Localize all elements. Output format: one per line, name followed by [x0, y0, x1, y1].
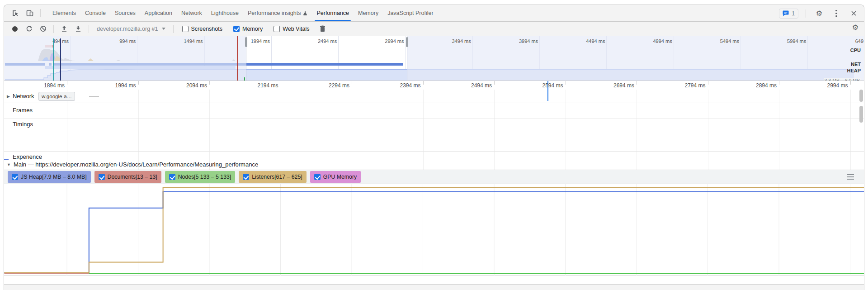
- capture-settings-gear-icon[interactable]: ⚙: [852, 24, 859, 31]
- overview-edge-label: 649: [855, 38, 863, 44]
- tab-network[interactable]: Network: [177, 5, 207, 21]
- hamburger-menu-icon[interactable]: [847, 174, 854, 180]
- track-experience[interactable]: Experience: [13, 153, 42, 160]
- network-request-badge[interactable]: w.google-a…: [38, 92, 75, 101]
- tab-application[interactable]: Application: [140, 5, 177, 21]
- overview-ruler-label: 3494 ms: [430, 38, 471, 44]
- event-marker: [60, 38, 61, 81]
- overview-ruler-label: 994 ms: [95, 38, 136, 44]
- devtools-window: ElementsConsoleSourcesApplicationNetwork…: [4, 5, 864, 290]
- save-profile-icon[interactable]: [73, 24, 84, 34]
- unchecked-checkbox-icon[interactable]: [182, 26, 189, 32]
- tab-console[interactable]: Console: [80, 5, 110, 21]
- overview-ruler-label: 1994 ms: [229, 38, 270, 44]
- track-timings[interactable]: Timings: [13, 121, 33, 128]
- tab-elements[interactable]: Elements: [48, 5, 80, 21]
- heap-label: HEAP: [847, 68, 861, 73]
- ruler-label: 2794 ms: [656, 82, 706, 89]
- overview-ruler-label: 494 ms: [28, 38, 69, 44]
- profile-select[interactable]: developer.mozilla.org #1: [94, 26, 168, 32]
- overview-ruler-label: 1494 ms: [162, 38, 203, 44]
- legend-nodes[interactable]: Nodes[5 133 – 5 133]: [165, 171, 236, 183]
- checkbox-screenshots[interactable]: Screenshots: [182, 26, 222, 32]
- timeline-tracks: ▶ Network w.google-a… Frames Timings Exp…: [4, 90, 864, 170]
- settings-gear-icon[interactable]: ⚙: [813, 8, 825, 19]
- memory-counters-legend: JS Heap[7.9 MB – 8.0 MB]Documents[13 – 1…: [4, 170, 864, 184]
- ruler-label: 2894 ms: [727, 82, 777, 89]
- more-options-icon[interactable]: [830, 8, 842, 19]
- ruler-label: 2594 ms: [514, 82, 563, 89]
- issues-badge[interactable]: 1: [779, 9, 798, 19]
- ruler-label: 2294 ms: [300, 82, 349, 89]
- selection-handle[interactable]: [406, 37, 408, 47]
- event-marker: [53, 38, 54, 81]
- checked-checkbox-icon[interactable]: [314, 174, 321, 180]
- divider: [40, 9, 41, 17]
- vertical-scrollbar[interactable]: [859, 90, 863, 170]
- device-toolbar-icon[interactable]: [24, 7, 36, 19]
- memory-counters-chart[interactable]: [4, 184, 864, 276]
- event-marker: [244, 77, 245, 81]
- scrollbar-thumb[interactable]: [859, 90, 863, 102]
- tab-lighthouse[interactable]: Lighthouse: [207, 5, 243, 21]
- ruler-label: 2094 ms: [157, 82, 207, 89]
- issues-count: 1: [792, 10, 795, 17]
- checked-checkbox-icon[interactable]: [12, 174, 18, 180]
- panel-tabs: ElementsConsoleSourcesApplicationNetwork…: [48, 5, 438, 21]
- overview-ruler-label: 4494 ms: [564, 38, 605, 44]
- track-frames[interactable]: Frames: [13, 107, 33, 114]
- profile-select-label: developer.mozilla.org #1: [97, 26, 158, 32]
- devtools-tab-bar: ElementsConsoleSourcesApplicationNetwork…: [4, 5, 864, 22]
- overview-ruler-label: 3994 ms: [497, 38, 538, 44]
- issues-chat-icon: [783, 10, 789, 16]
- legend-listeners[interactable]: Listeners[617 – 625]: [239, 171, 306, 183]
- ruler-label: 1994 ms: [86, 82, 136, 89]
- scrollbar-thumb[interactable]: [859, 106, 863, 123]
- record-button[interactable]: [9, 24, 20, 34]
- horizontal-scrollbar[interactable]: [4, 285, 864, 290]
- overview-ruler-label: 4994 ms: [632, 38, 672, 44]
- timeline-ruler: 1894 ms1994 ms2094 ms2194 ms2294 ms2394 …: [4, 81, 864, 90]
- heap-range-label: 3.8 MB – 8.0 MB: [824, 78, 861, 81]
- close-icon[interactable]: [848, 8, 859, 19]
- playhead-line[interactable]: [547, 81, 548, 101]
- overview-ruler-label: 2994 ms: [363, 38, 404, 44]
- performance-toolbar: developer.mozilla.org #1 ScreenshotsMemo…: [4, 22, 864, 36]
- series-js-heap: [4, 192, 864, 273]
- checked-checkbox-icon[interactable]: [169, 174, 175, 180]
- chevron-down-icon: [162, 28, 165, 30]
- checkbox-memory[interactable]: Memory: [233, 26, 263, 32]
- tab-performance-insights[interactable]: Performance insights: [243, 5, 312, 21]
- clear-recording-icon[interactable]: [38, 24, 48, 34]
- checkbox-web-vitals[interactable]: Web Vitals: [274, 26, 309, 32]
- checked-checkbox-icon[interactable]: [99, 174, 105, 180]
- timeline-overview[interactable]: 494 ms994 ms1494 ms1994 ms2494 ms2994 ms…: [4, 36, 864, 81]
- tab-sources[interactable]: Sources: [110, 5, 140, 21]
- ruler-label: 2494 ms: [442, 82, 492, 89]
- load-profile-icon[interactable]: [59, 24, 70, 34]
- divider: [806, 10, 806, 18]
- collapse-arrow-icon[interactable]: ▼: [7, 162, 11, 167]
- reload-and-record-button[interactable]: [24, 24, 34, 34]
- track-main[interactable]: ▼ Main — https://developer.mozilla.org/e…: [7, 161, 258, 168]
- inspect-element-icon[interactable]: [9, 7, 21, 19]
- selection-handle[interactable]: [245, 37, 247, 47]
- overview-ruler-label: 5494 ms: [698, 38, 739, 44]
- ruler-label: 1894 ms: [15, 82, 65, 89]
- tab-memory[interactable]: Memory: [354, 5, 383, 21]
- legend-js-heap[interactable]: JS Heap[7.9 MB – 8.0 MB]: [8, 171, 91, 183]
- unchecked-checkbox-icon[interactable]: [274, 26, 280, 32]
- legend-gpu-memory[interactable]: GPU Memory: [310, 171, 361, 183]
- checked-checkbox-icon[interactable]: [233, 26, 240, 32]
- track-network[interactable]: ▶ Network: [7, 93, 34, 100]
- expand-arrow-icon[interactable]: ▶: [7, 94, 10, 99]
- legend-documents[interactable]: Documents[13 – 13]: [94, 171, 161, 183]
- tab-javascript-profiler[interactable]: JavaScript Profiler: [383, 5, 438, 21]
- ruler-label: 2194 ms: [229, 82, 278, 89]
- checked-checkbox-icon[interactable]: [243, 174, 249, 180]
- layout-shift-marker: [4, 159, 9, 160]
- overview-ruler-label: 5994 ms: [765, 38, 806, 44]
- trash-icon[interactable]: [317, 24, 328, 34]
- event-marker: [237, 36, 238, 81]
- tab-performance[interactable]: Performance: [312, 5, 354, 21]
